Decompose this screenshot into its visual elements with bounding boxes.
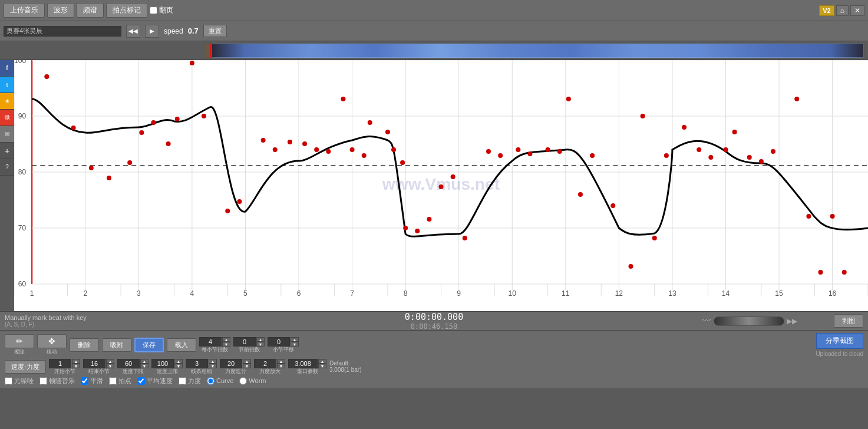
random-music-checkbox-label: 顿随音乐 (39, 377, 75, 385)
avg-speed-checkbox[interactable] (137, 377, 145, 385)
beat-count-up[interactable]: ▲ (256, 337, 265, 342)
svg-text:60: 60 (18, 280, 27, 288)
facebook-btn[interactable]: f (0, 60, 14, 77)
speed-min-input[interactable] (117, 359, 140, 368)
window-param-up[interactable]: ▲ (318, 359, 326, 364)
page-checkbox[interactable] (150, 6, 157, 14)
measure-shift-up[interactable]: ▲ (291, 337, 299, 342)
measures-input[interactable] (199, 337, 222, 346)
erase-tool: ✏ 擦除 (5, 334, 34, 356)
measure-shift-down[interactable]: ▼ (291, 342, 299, 346)
beat-marker-btn[interactable]: 拍点标记 (106, 3, 147, 18)
measures-up[interactable]: ▲ (222, 337, 230, 342)
cut-btn[interactable]: 剥图 (834, 314, 863, 328)
erase-btn[interactable]: ✏ (5, 334, 34, 348)
curve-radio[interactable] (207, 377, 214, 385)
strength-smooth-input[interactable] (220, 359, 242, 368)
speed-strength-btn[interactable]: 速度·力度 (5, 360, 46, 374)
svg-point-112 (641, 114, 645, 118)
split-view-btn[interactable]: 分季截图 (816, 333, 863, 349)
end-measure-down[interactable]: ▼ (106, 364, 114, 368)
random-music-checkbox[interactable] (39, 377, 47, 385)
measure-shift-label: 小节平移 (273, 346, 294, 353)
beat-count-down[interactable]: ▼ (256, 342, 265, 346)
strength-scale-input[interactable] (254, 359, 276, 368)
delete-btn[interactable]: 删除 (70, 338, 99, 352)
svg-point-70 (71, 126, 76, 130)
line-width-up[interactable]: ▲ (209, 359, 217, 364)
strength-smooth-up[interactable]: ▲ (243, 359, 251, 364)
waveform-btn[interactable]: 波形 (47, 3, 74, 18)
svg-text:8: 8 (404, 289, 408, 298)
beat-count-input[interactable] (233, 337, 256, 346)
prev-btn[interactable]: ◀◀ (126, 25, 140, 38)
file-input[interactable] (4, 26, 121, 37)
close-btn[interactable]: ✕ (850, 5, 864, 16)
move-btn[interactable]: ✥ (37, 334, 67, 348)
svg-text:9: 9 (457, 289, 461, 298)
strength-smooth-label: 力度迭分 (225, 368, 246, 375)
waveform-track[interactable] (204, 43, 864, 58)
speed-max-input[interactable] (151, 359, 174, 368)
window-param-input[interactable] (288, 359, 318, 368)
worm-radio[interactable] (239, 377, 247, 385)
strength-smooth-down[interactable]: ▼ (243, 364, 251, 368)
speed-min-down[interactable]: ▼ (140, 364, 148, 368)
smooth-checkbox[interactable] (81, 377, 88, 385)
svg-point-77 (175, 117, 180, 121)
bottom-row3: 元噪哇 顿随音乐 平滑 拍点 平均速度 力度 Curve Worm (5, 377, 863, 385)
svg-point-107 (566, 97, 571, 101)
twitter-btn[interactable]: t (0, 77, 14, 93)
beat-point-checkbox[interactable] (109, 377, 117, 385)
absorb-btn[interactable]: 吸附 (102, 338, 131, 352)
svg-point-78 (190, 61, 194, 65)
svg-point-90 (362, 153, 367, 158)
help-btn[interactable]: ? (0, 159, 14, 176)
start-measure-input[interactable] (49, 359, 71, 368)
speed-value: 0.7 (188, 27, 199, 35)
strength-scale-up[interactable]: ▲ (277, 359, 285, 364)
speed-slider[interactable] (714, 316, 784, 326)
speed-min-up[interactable]: ▲ (140, 359, 148, 364)
speed-min-label: 速度下限 (123, 368, 144, 375)
start-measure-down[interactable]: ▼ (72, 364, 80, 368)
start-measure-up[interactable]: ▲ (72, 359, 80, 364)
end-measure-up[interactable]: ▲ (106, 359, 114, 364)
line-width-down[interactable]: ▼ (209, 364, 217, 368)
svg-point-85 (302, 141, 307, 146)
measure-shift-input[interactable] (268, 337, 290, 346)
window-param-label: 窗口参数 (297, 368, 318, 375)
home-btn[interactable]: ⌂ (836, 5, 849, 16)
weibo-btn[interactable]: 微 (0, 110, 14, 126)
mail-btn[interactable]: ✉ (0, 126, 14, 143)
noise-checkbox[interactable] (5, 377, 12, 385)
end-measure-input[interactable] (83, 359, 105, 368)
svg-point-86 (314, 147, 319, 152)
speed-max-up[interactable]: ▲ (174, 359, 183, 364)
favorite-btn[interactable]: ★ (0, 93, 14, 110)
strength-scale-down[interactable]: ▼ (277, 364, 285, 368)
manual-hint: Manually mark beat with key (A, S, D, F) (5, 314, 87, 328)
save-btn[interactable]: 保存 (134, 338, 164, 352)
speed-max-down[interactable]: ▼ (174, 364, 183, 368)
time-current: 0:00:00.000 (405, 312, 463, 322)
strength-checkbox[interactable] (179, 377, 186, 385)
line-width-input[interactable] (186, 359, 208, 368)
reset-btn[interactable]: 重置 (203, 25, 227, 37)
noise-checkbox-label: 元噪哇 (5, 377, 34, 385)
v2-btn[interactable]: V2 (819, 5, 834, 16)
measures-down[interactable]: ▼ (222, 342, 230, 346)
svg-point-98 (438, 184, 443, 189)
load-btn[interactable]: 载入 (167, 338, 196, 352)
add-btn[interactable]: + (0, 143, 14, 159)
spectrum-btn[interactable]: 频谱 (77, 3, 104, 18)
svg-point-93 (391, 147, 396, 152)
waveform-highlight (204, 44, 212, 58)
chart-area[interactable]: 100 90 80 70 60 1 2 3 4 5 6 7 8 9 10 11 … (14, 60, 868, 311)
window-param-down[interactable]: ▼ (318, 364, 326, 368)
upload-music-btn[interactable]: 上传音乐 (4, 3, 45, 18)
play-btn[interactable]: ▶ (145, 25, 159, 38)
page-checkbox-label: 翻页 (150, 5, 173, 15)
svg-point-127 (842, 270, 847, 275)
svg-text:13: 13 (668, 289, 676, 298)
